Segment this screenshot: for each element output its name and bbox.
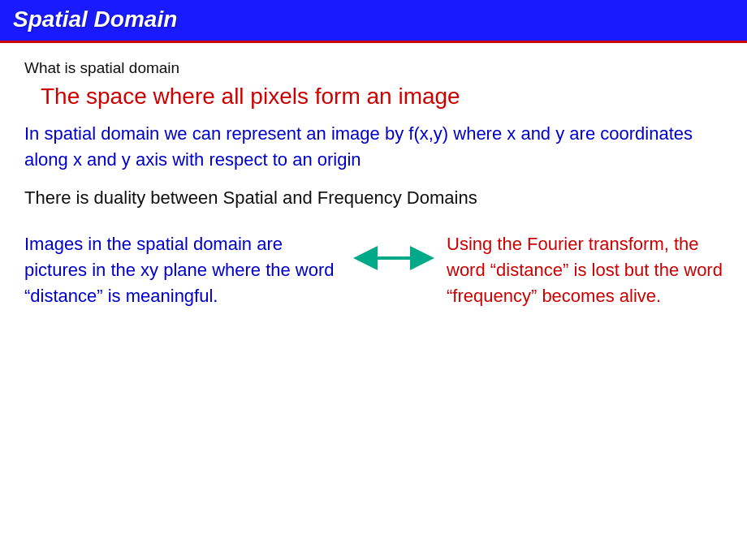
main-content: What is spatial domain The space where a… xyxy=(0,43,747,325)
red-tagline: The space where all pixels form an image xyxy=(41,84,723,110)
svg-marker-0 xyxy=(353,246,434,270)
what-is-label: What is spatial domain xyxy=(24,59,723,77)
spatial-domain-text: Images in the spatial domain are picture… xyxy=(24,231,349,309)
bottom-section: Images in the spatial domain are picture… xyxy=(24,231,723,309)
page-header: Spatial Domain xyxy=(0,0,747,43)
double-arrow-icon xyxy=(353,246,434,295)
duality-text: There is duality between Spatial and Fre… xyxy=(24,187,723,209)
page-title: Spatial Domain xyxy=(13,6,177,32)
frequency-domain-text: Using the Fourier transform, the word “d… xyxy=(438,231,723,309)
arrow-container xyxy=(349,246,438,295)
blue-description: In spatial domain we can represent an im… xyxy=(24,121,723,173)
